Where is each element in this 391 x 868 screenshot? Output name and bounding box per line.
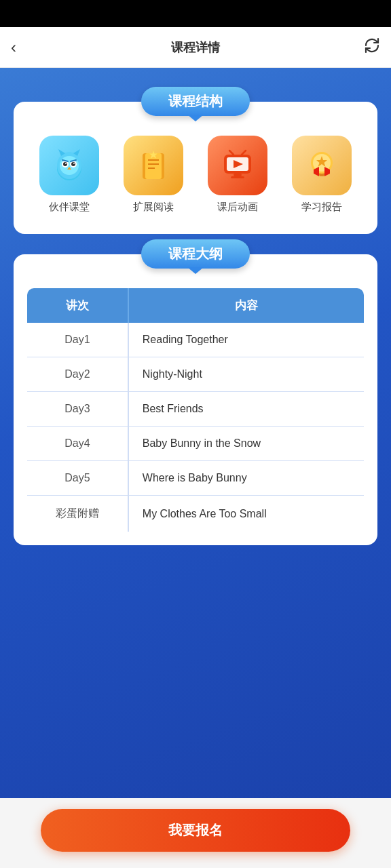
svg-rect-25 xyxy=(234,174,242,176)
course-outline-title-badge: 课程大纲 xyxy=(141,239,250,269)
table-row: Day5Where is Baby Bunny xyxy=(27,461,364,496)
col-header-day: 讲次 xyxy=(27,288,128,323)
svg-point-10 xyxy=(73,163,75,164)
course-structure-title-wrap: 课程结构 xyxy=(141,87,250,116)
cell-content: Baby Bunny in the Snow xyxy=(128,427,364,461)
table-row: Day3Best Friends xyxy=(27,392,364,427)
table-row: Day2Nighty-Night xyxy=(27,357,364,392)
table-row: 彩蛋附赠My Clothes Are Too Small xyxy=(27,496,364,532)
cell-content: Reading Together xyxy=(128,323,364,357)
cell-content: Where is Baby Bunny xyxy=(128,461,364,496)
cell-day: Day5 xyxy=(27,461,128,496)
table-row: Day1Reading Together xyxy=(27,323,364,357)
cell-day: Day4 xyxy=(27,427,128,461)
svg-rect-26 xyxy=(231,176,244,178)
course-structure-title-badge: 课程结构 xyxy=(141,87,250,116)
course-outline-title-wrap: 课程大纲 xyxy=(141,239,250,269)
cell-day: Day1 xyxy=(27,323,128,357)
table-row: Day4Baby Bunny in the Snow xyxy=(27,427,364,461)
cell-day: Day3 xyxy=(27,392,128,427)
bottom-bar: 我要报名 xyxy=(0,798,391,868)
cell-content: My Clothes Are Too Small xyxy=(128,496,364,532)
cell-content: Best Friends xyxy=(128,392,364,427)
icon-item-reading[interactable]: 扩展阅读 xyxy=(119,136,187,214)
main-content: 课程结构 xyxy=(0,68,391,868)
icon-item-report[interactable]: 学习报告 xyxy=(288,136,356,214)
companion-label: 伙伴课堂 xyxy=(49,201,90,214)
header: ‹ 课程详情 xyxy=(0,27,391,68)
svg-line-23 xyxy=(229,151,234,155)
report-icon-box xyxy=(292,136,352,195)
enroll-button[interactable]: 我要报名 xyxy=(41,809,350,852)
course-structure-icons: 伙伴课堂 扩展阅读 xyxy=(27,129,364,220)
table-header-row: 讲次 内容 xyxy=(27,288,364,323)
report-label: 学习报告 xyxy=(301,201,342,214)
svg-point-8 xyxy=(71,162,75,166)
cell-day: 彩蛋附赠 xyxy=(27,496,128,532)
reading-label: 扩展阅读 xyxy=(133,201,174,214)
course-outline-section: 课程大纲 讲次 内容 Day1Reading TogetherDay2Night… xyxy=(14,254,377,545)
reading-icon-box xyxy=(124,136,183,195)
col-header-content: 内容 xyxy=(128,288,364,323)
icon-item-animation[interactable]: 课后动画 xyxy=(204,136,272,214)
status-bar xyxy=(0,0,391,27)
page-title: 课程详情 xyxy=(171,39,220,56)
outline-table: 讲次 内容 Day1Reading TogetherDay2Nighty-Nig… xyxy=(27,288,364,532)
cell-content: Nighty-Night xyxy=(128,357,364,392)
back-button[interactable]: ‹ xyxy=(11,38,16,57)
svg-rect-15 xyxy=(145,153,162,179)
refresh-button[interactable] xyxy=(364,37,380,58)
cell-day: Day2 xyxy=(27,357,128,392)
companion-icon-box xyxy=(39,136,99,195)
animation-label: 课后动画 xyxy=(217,201,258,214)
course-structure-section: 课程结构 xyxy=(14,102,377,234)
svg-point-9 xyxy=(65,163,67,164)
animation-icon-box xyxy=(208,136,267,195)
svg-line-24 xyxy=(242,151,246,155)
svg-point-7 xyxy=(63,162,67,166)
icon-item-companion[interactable]: 伙伴课堂 xyxy=(35,136,103,214)
